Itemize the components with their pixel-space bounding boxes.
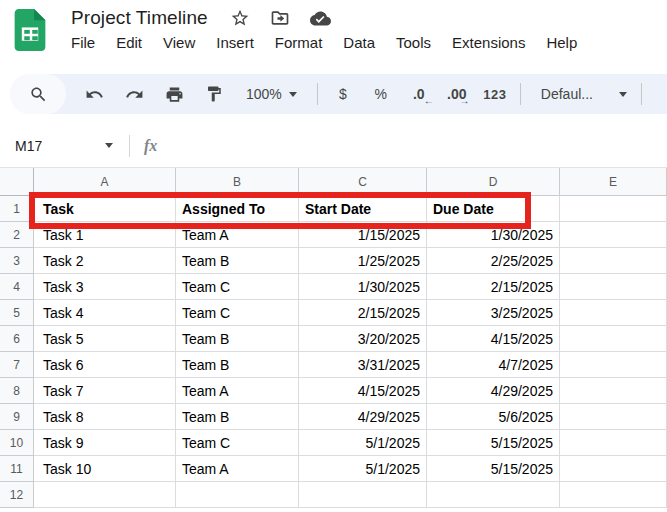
cell-E1[interactable] bbox=[560, 196, 667, 222]
cell-A12[interactable] bbox=[34, 482, 176, 508]
undo-button[interactable] bbox=[74, 74, 114, 114]
cell-D12[interactable] bbox=[427, 482, 560, 508]
cell-C9[interactable]: 4/29/2025 bbox=[299, 404, 427, 430]
decrease-decimal-button[interactable]: .0 ← bbox=[400, 74, 438, 114]
cell-A4[interactable]: Task 3 bbox=[34, 274, 176, 300]
column-header-b[interactable]: B bbox=[176, 168, 299, 196]
row-header-6[interactable]: 6 bbox=[0, 326, 34, 352]
print-button[interactable] bbox=[154, 74, 194, 114]
cell-D10[interactable]: 5/15/2025 bbox=[427, 430, 560, 456]
cell-C1[interactable]: Start Date bbox=[299, 196, 427, 222]
cell-C10[interactable]: 5/1/2025 bbox=[299, 430, 427, 456]
cell-B3[interactable]: Team B bbox=[176, 248, 299, 274]
folder-move-icon[interactable] bbox=[270, 8, 290, 28]
menu-item-tools[interactable]: Tools bbox=[396, 34, 431, 51]
cell-D9[interactable]: 5/6/2025 bbox=[427, 404, 560, 430]
increase-decimal-button[interactable]: .00 → bbox=[438, 74, 476, 114]
cell-A10[interactable]: Task 9 bbox=[34, 430, 176, 456]
more-formats-button[interactable]: 123 bbox=[476, 74, 514, 114]
row-header-2[interactable]: 2 bbox=[0, 222, 34, 248]
redo-button[interactable] bbox=[114, 74, 154, 114]
row-header-1[interactable]: 1 bbox=[0, 196, 34, 222]
cell-E10[interactable] bbox=[560, 430, 667, 456]
cell-B10[interactable]: Team C bbox=[176, 430, 299, 456]
menu-item-insert[interactable]: Insert bbox=[216, 34, 254, 51]
cell-A5[interactable]: Task 4 bbox=[34, 300, 176, 326]
cell-C11[interactable]: 5/1/2025 bbox=[299, 456, 427, 482]
menu-item-view[interactable]: View bbox=[163, 34, 195, 51]
star-icon[interactable] bbox=[230, 8, 250, 28]
column-header-c[interactable]: C bbox=[299, 168, 427, 196]
row-header-4[interactable]: 4 bbox=[0, 274, 34, 300]
name-box[interactable]: M17 bbox=[0, 138, 113, 154]
row-header-11[interactable]: 11 bbox=[0, 456, 34, 482]
row-header-5[interactable]: 5 bbox=[0, 300, 34, 326]
cell-B7[interactable]: Team B bbox=[176, 352, 299, 378]
cell-C2[interactable]: 1/15/2025 bbox=[299, 222, 427, 248]
cell-D1[interactable]: Due Date bbox=[427, 196, 560, 222]
select-all-corner[interactable] bbox=[0, 168, 34, 196]
row-header-12[interactable]: 12 bbox=[0, 482, 34, 508]
cell-E2[interactable] bbox=[560, 222, 667, 248]
column-header-d[interactable]: D bbox=[427, 168, 560, 196]
menu-item-format[interactable]: Format bbox=[275, 34, 323, 51]
cell-B1[interactable]: Assigned To bbox=[176, 196, 299, 222]
menu-item-help[interactable]: Help bbox=[546, 34, 577, 51]
row-header-3[interactable]: 3 bbox=[0, 248, 34, 274]
cell-E8[interactable] bbox=[560, 378, 667, 404]
cell-B11[interactable]: Team A bbox=[176, 456, 299, 482]
menu-item-data[interactable]: Data bbox=[343, 34, 375, 51]
paint-format-button[interactable] bbox=[194, 74, 234, 114]
row-header-10[interactable]: 10 bbox=[0, 430, 34, 456]
font-selector[interactable]: Defaul... bbox=[527, 86, 639, 102]
cell-D7[interactable]: 4/7/2025 bbox=[427, 352, 560, 378]
cell-A2[interactable]: Task 1 bbox=[34, 222, 176, 248]
cell-D3[interactable]: 2/25/2025 bbox=[427, 248, 560, 274]
cell-D8[interactable]: 4/29/2025 bbox=[427, 378, 560, 404]
cell-E7[interactable] bbox=[560, 352, 667, 378]
cell-C7[interactable]: 3/31/2025 bbox=[299, 352, 427, 378]
cell-B6[interactable]: Team B bbox=[176, 326, 299, 352]
cell-D5[interactable]: 3/25/2025 bbox=[427, 300, 560, 326]
document-title[interactable]: Project Timeline bbox=[71, 7, 208, 29]
cell-A3[interactable]: Task 2 bbox=[34, 248, 176, 274]
cell-C12[interactable] bbox=[299, 482, 427, 508]
cell-B2[interactable]: Team A bbox=[176, 222, 299, 248]
cell-A6[interactable]: Task 5 bbox=[34, 326, 176, 352]
column-header-a[interactable]: A bbox=[34, 168, 176, 196]
formula-input[interactable] bbox=[157, 124, 667, 167]
cell-A7[interactable]: Task 6 bbox=[34, 352, 176, 378]
cell-D4[interactable]: 2/15/2025 bbox=[427, 274, 560, 300]
cell-C8[interactable]: 4/15/2025 bbox=[299, 378, 427, 404]
cell-A9[interactable]: Task 8 bbox=[34, 404, 176, 430]
cell-A1[interactable]: Task bbox=[34, 196, 176, 222]
cell-E4[interactable] bbox=[560, 274, 667, 300]
cell-E3[interactable] bbox=[560, 248, 667, 274]
cell-D6[interactable]: 4/15/2025 bbox=[427, 326, 560, 352]
cell-C3[interactable]: 1/25/2025 bbox=[299, 248, 427, 274]
row-header-9[interactable]: 9 bbox=[0, 404, 34, 430]
cell-B4[interactable]: Team C bbox=[176, 274, 299, 300]
search-menus-button[interactable] bbox=[10, 74, 66, 114]
cell-C5[interactable]: 2/15/2025 bbox=[299, 300, 427, 326]
menu-item-edit[interactable]: Edit bbox=[116, 34, 142, 51]
cell-A11[interactable]: Task 10 bbox=[34, 456, 176, 482]
row-header-7[interactable]: 7 bbox=[0, 352, 34, 378]
cell-C4[interactable]: 1/30/2025 bbox=[299, 274, 427, 300]
cell-D2[interactable]: 1/30/2025 bbox=[427, 222, 560, 248]
cell-E12[interactable] bbox=[560, 482, 667, 508]
format-percent-button[interactable]: % bbox=[362, 74, 400, 114]
cell-E5[interactable] bbox=[560, 300, 667, 326]
cell-B12[interactable] bbox=[176, 482, 299, 508]
cell-B9[interactable]: Team B bbox=[176, 404, 299, 430]
zoom-control[interactable]: 100% bbox=[234, 86, 311, 102]
cell-E9[interactable] bbox=[560, 404, 667, 430]
cell-A8[interactable]: Task 7 bbox=[34, 378, 176, 404]
cell-B5[interactable]: Team C bbox=[176, 300, 299, 326]
cell-E6[interactable] bbox=[560, 326, 667, 352]
cell-C6[interactable]: 3/20/2025 bbox=[299, 326, 427, 352]
cloud-check-icon[interactable] bbox=[310, 8, 331, 29]
row-header-8[interactable]: 8 bbox=[0, 378, 34, 404]
cell-E11[interactable] bbox=[560, 456, 667, 482]
menu-item-file[interactable]: File bbox=[71, 34, 95, 51]
